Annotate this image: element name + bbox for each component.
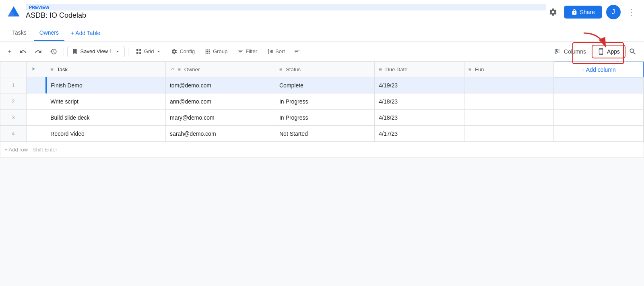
grid-icon [136,48,142,55]
history-button[interactable] [47,46,60,58]
share-button[interactable]: Share [564,6,602,19]
row-expand [26,110,46,126]
th-row-num [0,62,26,77]
share-label: Share [580,9,595,15]
group-icon [204,48,211,55]
empty-cell [554,77,644,93]
row-number: 4 [0,126,26,142]
config-label: Config [180,48,195,54]
th-task[interactable]: ≡ Task [46,62,166,77]
filter-icon [237,48,244,55]
task-cell[interactable]: Build slide deck [46,110,166,126]
task-cell[interactable]: Record Video [46,126,166,142]
toolbar-right: Columns Apps [549,45,639,58]
config-icon [171,48,178,55]
preview-badge: PREVIEW [26,4,546,10]
bookmark-icon [72,48,78,55]
fun-cell[interactable] [464,126,554,142]
add-row-row[interactable]: + Add row Shift-Enter [0,142,644,158]
plus-icon: + [8,48,11,54]
grid-button[interactable]: Grid [132,46,166,57]
grid-chevron-icon [156,49,161,54]
th-duedate[interactable]: ≡ Due Date [375,62,464,77]
filter-label: Filter [246,48,257,54]
expand-icon [31,66,36,72]
adjust-button[interactable] [291,46,303,57]
task-cell[interactable]: Finish Demo [46,77,166,93]
header-actions: Share J ⋮ [546,5,638,19]
tab-bar: Tasks Owners + Add Table [0,24,644,42]
saved-view-button[interactable]: Saved View 1 [67,46,125,57]
add-row-label: + Add row [4,147,28,153]
config-button[interactable]: Config [167,46,199,57]
fun-cell[interactable] [464,93,554,110]
row-expand [26,93,46,110]
app-header: PREVIEW ASDB: IO Codelab Share J ⋮ [0,0,644,24]
title-block: PREVIEW ASDB: IO Codelab [26,4,546,20]
status-cell[interactable]: In Progress [275,93,374,110]
th-owner[interactable]: ≡ Owner [165,62,275,77]
fun-cell[interactable] [464,110,554,126]
duedate-cell[interactable]: 4/18/23 [375,93,464,110]
apps-label: Apps [607,48,620,55]
columns-icon [554,48,561,55]
status-cell[interactable]: In Progress [275,110,374,126]
duedate-cell[interactable]: 4/17/23 [375,126,464,142]
fun-cell[interactable] [464,77,554,93]
grid-label: Grid [144,48,154,54]
owner-link-icon [170,66,175,71]
add-row-button[interactable]: + [5,46,14,57]
columns-label: Columns [564,48,586,55]
th-status[interactable]: ≡ Status [275,62,374,77]
saved-view-label: Saved View 1 [80,48,112,54]
duedate-cell[interactable]: 4/19/23 [375,77,464,93]
settings-button[interactable] [546,5,560,19]
row-expand [26,126,46,142]
filter-button[interactable]: Filter [233,46,261,57]
lock-icon [571,9,578,15]
chevron-down-icon [115,49,120,54]
th-add-column[interactable]: + Add column [554,62,644,77]
app-title: ASDB: IO Codelab [26,11,546,20]
sort-button[interactable]: Sort [263,46,289,57]
row-number: 3 [0,110,26,126]
gear-icon [549,8,557,17]
redo-button[interactable] [31,46,45,58]
th-fun[interactable]: ≡ Fun [464,62,554,77]
owner-cell[interactable]: sarah@demo.com [165,126,275,142]
apps-button[interactable]: Apps [592,45,625,58]
owner-cell[interactable]: ann@demo.com [165,93,275,110]
duedate-cell[interactable]: 4/18/23 [375,110,464,126]
owner-cell[interactable]: tom@demo.com [165,77,275,93]
undo-icon [19,48,27,55]
columns-button[interactable]: Columns [549,46,591,58]
table-row[interactable]: 2 Write script ann@demo.com In Progress … [0,93,644,110]
toolbar-divider-2 [128,47,128,56]
sort-icon [267,48,273,55]
toolbar: + Saved View 1 Grid [0,42,644,61]
empty-cell [554,110,644,126]
add-row-cell[interactable]: + Add row Shift-Enter [0,142,644,158]
search-button[interactable] [626,45,639,58]
empty-cell [554,93,644,110]
avatar[interactable]: J [606,5,621,19]
sort-label: Sort [275,48,285,54]
more-button[interactable]: ⋮ [625,6,638,19]
tab-owners[interactable]: Owners [34,25,64,41]
status-cell[interactable]: Complete [275,77,374,93]
row-number: 2 [0,93,26,110]
data-grid: ≡ Task ≡ Owner ≡ Status ≡ Due Date [0,61,644,158]
table-row[interactable]: 3 Build slide deck mary@demo.com In Prog… [0,110,644,126]
empty-cell [554,126,644,142]
tab-tasks[interactable]: Tasks [6,25,32,41]
add-table-button[interactable]: + Add Table [66,27,105,39]
status-cell[interactable]: Not Started [275,126,374,142]
owner-cell[interactable]: mary@demo.com [165,110,275,126]
undo-button[interactable] [16,46,30,58]
apps-icon [597,48,605,55]
task-cell[interactable]: Write script [46,93,166,110]
table-row[interactable]: 1 Finish Demo tom@demo.com Complete 4/19… [0,77,644,93]
table-row[interactable]: 4 Record Video sarah@demo.com Not Starte… [0,126,644,142]
search-icon [629,48,637,56]
group-button[interactable]: Group [200,46,231,57]
